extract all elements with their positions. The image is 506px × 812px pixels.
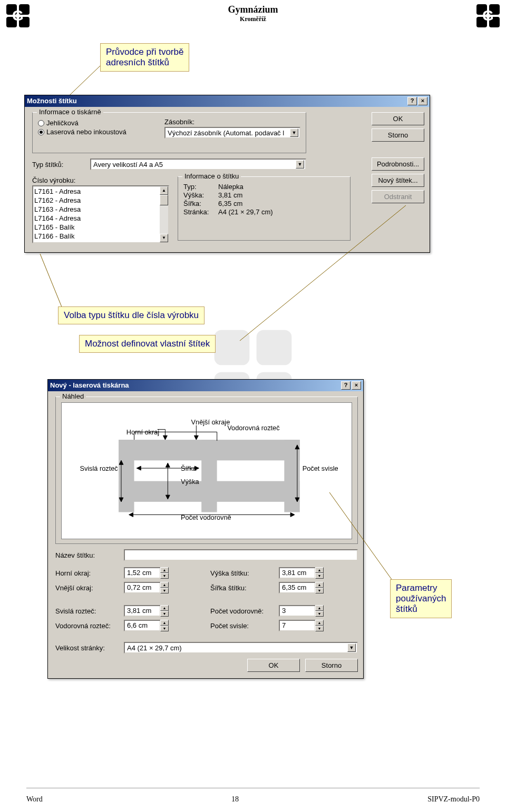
printer-info-group: document.currentScript.parentElement.set… xyxy=(32,112,306,153)
svg-marker-51 xyxy=(129,513,133,517)
field-name: Název štítku: xyxy=(55,549,358,561)
school-logo-left: G xyxy=(5,3,31,28)
footer-rule xyxy=(26,788,480,788)
page-footer: Word 18 SIPVZ-modul-P0 xyxy=(0,795,506,804)
spin-up-icon[interactable]: ▲ xyxy=(315,605,324,611)
spin-down-icon[interactable]: ▼ xyxy=(160,626,169,631)
info-row-width: Šířka:6,35 cm xyxy=(183,200,345,207)
name-input[interactable] xyxy=(124,549,358,561)
spin-down-icon[interactable]: ▼ xyxy=(315,611,324,617)
field-v-pitch: Svislá rozteč: 3,81 cm▲▼ xyxy=(55,605,203,617)
tray-value: Výchozí zásobník (Automat. podavač l xyxy=(168,129,284,137)
details-button[interactable]: Podrobnosti... xyxy=(372,157,424,171)
spin-down-icon[interactable]: ▼ xyxy=(315,573,324,579)
svg-text:Počet svisle: Počet svisle xyxy=(303,464,338,472)
spin-down-icon[interactable]: ▼ xyxy=(315,626,324,631)
ok-button[interactable]: OK xyxy=(372,112,424,125)
callout-custom-label: Možnost definovat vlastní štítek xyxy=(79,335,216,353)
radio-icon-selected xyxy=(38,129,44,135)
dialog-titlebar[interactable]: Možnosti štítku ? × xyxy=(25,95,430,107)
help-button[interactable]: ? xyxy=(407,97,417,105)
label-type-label: Typ štítků: xyxy=(32,161,80,169)
product-listbox[interactable]: L7161 - AdresaL7162 - AdresaL7163 - Adre… xyxy=(32,185,169,243)
spin-up-icon[interactable]: ▲ xyxy=(160,582,169,588)
spin-up-icon[interactable]: ▲ xyxy=(315,582,324,588)
callout-parameters: Parametry používaných štítků xyxy=(390,579,452,618)
label-type-combo[interactable]: Avery velikostí A4 a A5 ▼ xyxy=(90,159,306,170)
lwidth-spinner[interactable]: 6,35 cm▲▼ xyxy=(279,582,324,593)
num-down-spinner[interactable]: 7▲▼ xyxy=(279,620,324,631)
scroll-thumb[interactable] xyxy=(160,195,168,205)
ok-button[interactable]: OK xyxy=(247,659,300,672)
label-preview-diagram: Vnější okraje Horní okraj Vodorovná rozt… xyxy=(61,402,352,539)
page-size-combo[interactable]: A4 (21 × 29,7 cm) ▼ xyxy=(124,642,358,653)
svg-text:Výška: Výška xyxy=(181,478,200,486)
spin-down-icon[interactable]: ▼ xyxy=(160,573,169,579)
preview-group: document.currentScript.parentElement.set… xyxy=(55,397,358,544)
spin-up-icon[interactable]: ▲ xyxy=(160,620,169,626)
svg-marker-45 xyxy=(166,463,170,467)
cancel-button[interactable]: Storno xyxy=(372,128,424,142)
new-label-button[interactable]: Nový štítek... xyxy=(372,174,424,187)
field-num-down: Počet svisle: 7▲▼ xyxy=(210,620,358,631)
close-button[interactable]: × xyxy=(418,97,427,105)
field-side-margin: Vnější okraj: 0,72 cm▲▼ xyxy=(55,582,203,593)
scroll-up-icon[interactable]: ▲ xyxy=(160,186,168,195)
info-row-page: Stránka:A4 (21 × 29,7 cm) xyxy=(183,208,345,216)
svg-marker-34 xyxy=(163,435,168,440)
close-button[interactable]: × xyxy=(352,381,361,390)
radio-dot-matrix[interactable]: Jehličková xyxy=(38,119,149,127)
footer-right: SIPVZ-modul-P0 xyxy=(427,795,480,804)
radio-laser[interactable]: Laserová nebo inkoustová xyxy=(38,128,149,136)
list-item[interactable]: L7164 - Adresa xyxy=(34,214,159,223)
list-item[interactable]: L7161 - Adresa xyxy=(34,187,159,196)
scroll-track[interactable] xyxy=(160,195,168,234)
side-margin-spinner[interactable]: 0,72 cm▲▼ xyxy=(124,582,169,593)
dialog-title: Možnosti štítku xyxy=(27,95,77,107)
svg-text:G: G xyxy=(12,7,24,24)
hpitch-spinner[interactable]: 6,6 cm▲▼ xyxy=(124,620,169,631)
new-label-dialog: Nový - laserová tiskárna ? × document.cu… xyxy=(47,379,364,679)
list-item[interactable]: L7162 - Adresa xyxy=(34,196,159,205)
chevron-down-icon[interactable]: ▼ xyxy=(290,128,298,137)
field-h-pitch: Vodorovná rozteč: 6,6 cm▲▼ xyxy=(55,620,203,631)
spin-up-icon[interactable]: ▲ xyxy=(315,620,324,626)
list-item[interactable]: L7165 - Balík xyxy=(34,223,159,232)
cancel-button[interactable]: Storno xyxy=(305,659,358,672)
chevron-down-icon[interactable]: ▼ xyxy=(296,160,304,169)
svg-rect-11 xyxy=(257,330,292,365)
spin-down-icon[interactable]: ▼ xyxy=(160,611,169,617)
help-button[interactable]: ? xyxy=(341,381,351,390)
lheight-spinner[interactable]: 3,81 cm▲▼ xyxy=(279,567,324,579)
spin-up-icon[interactable]: ▲ xyxy=(315,567,324,573)
spin-up-icon[interactable]: ▲ xyxy=(160,567,169,573)
info-row-type: Typ:Nálepka xyxy=(183,183,345,191)
top-margin-spinner[interactable]: 1,52 cm▲▼ xyxy=(124,567,169,579)
vpitch-spinner[interactable]: 3,81 cm▲▼ xyxy=(124,605,169,617)
tray-combo[interactable]: Výchozí zásobník (Automat. podavač l ▼ xyxy=(164,127,300,138)
scrollbar[interactable]: ▲ ▼ xyxy=(160,186,168,242)
chevron-down-icon[interactable]: ▼ xyxy=(347,643,356,652)
field-label-width: Šířka štítku: 6,35 cm▲▼ xyxy=(210,582,358,593)
svg-marker-31 xyxy=(194,435,198,440)
name-label: Název štítku: xyxy=(55,551,124,559)
dialog-titlebar[interactable]: Nový - laserová tiskárna ? × xyxy=(48,380,363,391)
field-top-margin: Horní okraj: 1,52 cm▲▼ xyxy=(55,567,203,579)
product-list-items: L7161 - AdresaL7162 - AdresaL7163 - Adre… xyxy=(33,186,160,242)
label-info-group: document.currentScript.parentElement.set… xyxy=(178,176,351,241)
footer-left: Word xyxy=(26,795,43,804)
num-across-spinner[interactable]: 3▲▼ xyxy=(279,605,324,617)
list-item[interactable]: L7163 - Adresa xyxy=(34,205,159,214)
svg-marker-52 xyxy=(290,513,295,517)
svg-text:Svislá rozteč: Svislá rozteč xyxy=(80,464,118,472)
spin-down-icon[interactable]: ▼ xyxy=(160,588,169,593)
spin-down-icon[interactable]: ▼ xyxy=(315,588,324,593)
svg-rect-20 xyxy=(201,440,217,512)
spin-up-icon[interactable]: ▲ xyxy=(160,605,169,611)
footer-center: 18 xyxy=(231,795,239,804)
scroll-down-icon[interactable]: ▼ xyxy=(160,234,168,242)
list-item[interactable]: L7166 - Balík xyxy=(34,232,159,241)
radio-icon xyxy=(38,120,44,126)
label-type-value: Avery velikostí A4 a A5 xyxy=(93,161,163,169)
field-label-height: Výška štítku: 3,81 cm▲▼ xyxy=(210,567,358,579)
